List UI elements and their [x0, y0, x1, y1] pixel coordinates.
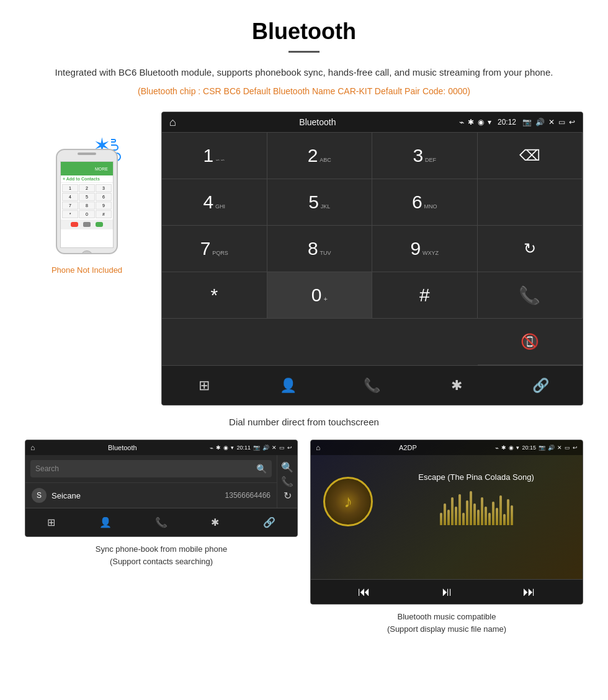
- description: Integrated with BC6 Bluetooth module, su…: [0, 65, 608, 86]
- pb-phone-icon[interactable]: 📞: [155, 516, 168, 528]
- pb-bt-icon[interactable]: ✱: [211, 516, 219, 528]
- contact-avatar: S: [32, 488, 47, 503]
- dial-key-0[interactable]: 0+: [267, 272, 373, 319]
- pb-sync-icon[interactable]: ↻: [284, 490, 292, 502]
- dial-key-9[interactable]: 9WXYZ: [372, 226, 478, 272]
- main-bottom-bar: ⊞ 👤 📞 ✱ 🔗: [162, 365, 583, 405]
- main-screen-title: Bluetooth: [176, 117, 459, 127]
- dial-key-5[interactable]: 5JKL: [267, 179, 373, 226]
- music-controls: ⏮ ⏯ ⏭: [311, 579, 583, 604]
- pb-link-icon[interactable]: 🔗: [263, 516, 275, 528]
- dial-empty-4: [372, 319, 478, 365]
- music-content: ♪ Escape (The Pina Colada Song): [311, 455, 583, 579]
- phonebook-caption: Sync phone-book from mobile phone(Suppor…: [96, 543, 227, 567]
- dial-empty-2: [162, 319, 267, 365]
- contact-number: 13566664466: [225, 491, 270, 500]
- phonebook-wrap: ⌂ Bluetooth ⌁ ✱◉▾ 20:11 📷🔊✕▭↩ Search 🔍: [25, 440, 298, 635]
- dial-empty-3: [267, 319, 373, 365]
- title-divider: [288, 51, 320, 53]
- phone-body: MORE + Add to Contacts 123 456 789 *0#: [56, 149, 118, 254]
- phone-column: ✶ MORE + Add to Contacts: [25, 112, 149, 275]
- prev-button[interactable]: ⏮: [358, 585, 370, 599]
- music-wrap: ⌂ A2DP ⌁ ✱◉▾ 20:15 📷🔊✕▭↩ ♪ Escape (The: [310, 440, 583, 635]
- music-song-title: Escape (The Pina Colada Song): [382, 472, 570, 482]
- pb-user-icon[interactable]: 👤: [99, 516, 112, 528]
- pb-grid-icon[interactable]: ⊞: [47, 516, 55, 528]
- pb-bottom-bar: ⊞ 👤 📞 ✱ 🔗: [25, 508, 297, 536]
- next-button[interactable]: ⏭: [523, 585, 535, 599]
- pb-status-bar: ⌂ Bluetooth ⌁ ✱◉▾ 20:11 📷🔊✕▭↩: [25, 440, 297, 455]
- dial-key-backspace[interactable]: ⌫: [478, 133, 583, 179]
- phone-image: ✶ MORE + Add to Contacts: [47, 136, 127, 260]
- music-title: A2DP: [320, 444, 495, 451]
- contact-name: Seicane: [51, 491, 220, 500]
- dial-key-call-green[interactable]: 📞: [478, 272, 583, 319]
- music-visualizer: [382, 488, 570, 525]
- home-button[interactable]: ⌂: [169, 116, 176, 129]
- bottom-phone-icon[interactable]: 📞: [357, 370, 388, 401]
- pb-status-icons: ✱◉▾ 20:11 📷🔊✕▭↩: [216, 445, 292, 451]
- search-placeholder: Search: [35, 464, 59, 473]
- dial-key-7[interactable]: 7PQRS: [162, 226, 267, 272]
- music-caption: Bluetooth music compatible(Support displ…: [387, 611, 506, 635]
- phone-screen: MORE + Add to Contacts 123 456 789 *0#: [60, 161, 114, 248]
- pb-title: Bluetooth: [35, 444, 210, 451]
- phonebook-contact[interactable]: S Seicane 13566664466: [25, 482, 277, 508]
- main-caption: Dial number direct from touchscreen: [0, 412, 608, 440]
- pb-call-icon[interactable]: 📞: [281, 476, 293, 487]
- bottom-bluetooth-icon[interactable]: ✱: [441, 370, 472, 401]
- dial-key-4[interactable]: 4GHI: [162, 179, 267, 226]
- dial-key-3[interactable]: 3DEF: [372, 133, 478, 179]
- music-screen: ⌂ A2DP ⌁ ✱◉▾ 20:15 📷🔊✕▭↩ ♪ Escape (The: [310, 440, 583, 605]
- dial-key-hash[interactable]: #: [372, 272, 478, 319]
- pb-search-icon[interactable]: 🔍: [281, 461, 293, 473]
- main-section: ✶ MORE + Add to Contacts: [0, 112, 608, 405]
- phonebook-screen: ⌂ Bluetooth ⌁ ✱◉▾ 20:11 📷🔊✕▭↩ Search 🔍: [25, 440, 298, 537]
- search-icon: 🔍: [256, 464, 267, 474]
- bottom-row: ⌂ Bluetooth ⌁ ✱◉▾ 20:11 📷🔊✕▭↩ Search 🔍: [0, 440, 608, 647]
- dial-key-2[interactable]: 2ABC: [267, 133, 373, 179]
- music-album-art: ♪: [323, 477, 373, 526]
- dial-key-star[interactable]: *: [162, 272, 267, 319]
- dial-key-refresh[interactable]: ↻: [478, 226, 583, 272]
- page-title: Bluetooth: [0, 0, 608, 51]
- phonebook-search[interactable]: Search 🔍: [30, 460, 272, 477]
- phone-not-included: Phone Not Included: [51, 265, 122, 275]
- bottom-contacts-icon[interactable]: 👤: [272, 370, 303, 401]
- play-pause-button[interactable]: ⏯: [440, 585, 453, 599]
- music-status-icons: ✱◉▾ 20:15 📷🔊✕▭↩: [501, 445, 578, 451]
- bottom-link-icon[interactable]: 🔗: [525, 370, 556, 401]
- music-status-bar: ⌂ A2DP ⌁ ✱◉▾ 20:15 📷🔊✕▭↩: [311, 440, 583, 455]
- dial-key-6[interactable]: 6MNO: [372, 179, 478, 226]
- dial-key-1[interactable]: 1∽∽: [162, 133, 267, 179]
- dial-empty-1: [478, 179, 583, 226]
- main-android-screen: ⌂ Bluetooth ⌁ ✱ ◉ ▾ 20:12 📷 🔊 ✕ ▭ ↩ 1∽∽: [161, 112, 583, 405]
- dial-key-8[interactable]: 8TUV: [267, 226, 373, 272]
- bottom-grid-icon[interactable]: ⊞: [189, 370, 220, 401]
- specs-text: (Bluetooth chip : CSR BC6 Default Blueto…: [0, 86, 608, 112]
- main-status-icons: ✱ ◉ ▾ 20:12 📷 🔊 ✕ ▭ ↩: [468, 118, 575, 126]
- dialpad-grid: 1∽∽ 2ABC 3DEF ⌫ 4GHI 5JKL 6MNO: [162, 132, 583, 365]
- main-status-bar: ⌂ Bluetooth ⌁ ✱ ◉ ▾ 20:12 📷 🔊 ✕ ▭ ↩: [162, 112, 583, 132]
- dial-key-call-red[interactable]: 📵: [478, 319, 583, 365]
